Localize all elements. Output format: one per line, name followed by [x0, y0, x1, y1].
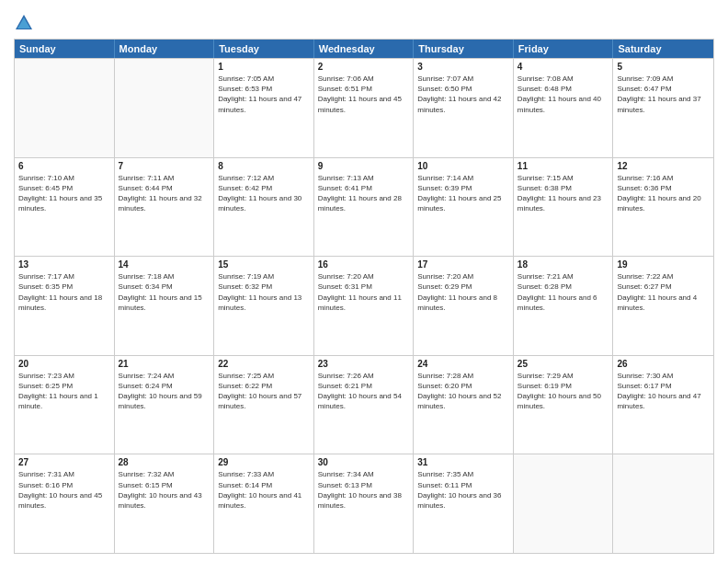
sun-info: Sunrise: 7:14 AM Sunset: 6:39 PM Dayligh… [417, 173, 509, 214]
calendar-cell: 22Sunrise: 7:25 AM Sunset: 6:22 PM Dayli… [214, 356, 314, 454]
calendar-cell: 2Sunrise: 7:06 AM Sunset: 6:51 PM Daylig… [314, 59, 415, 157]
calendar-cell: 8Sunrise: 7:12 AM Sunset: 6:42 PM Daylig… [214, 158, 314, 257]
sun-info: Sunrise: 7:26 AM Sunset: 6:21 PM Dayligh… [318, 371, 410, 412]
day-number: 19 [617, 259, 710, 270]
cal-header-cell: Tuesday [214, 40, 314, 58]
calendar-cell [115, 59, 215, 157]
day-number: 11 [518, 161, 609, 171]
sun-info: Sunrise: 7:10 AM Sunset: 6:45 PM Dayligh… [18, 173, 110, 214]
calendar-cell: 24Sunrise: 7:28 AM Sunset: 6:20 PM Dayli… [414, 356, 514, 454]
calendar-cell: 10Sunrise: 7:14 AM Sunset: 6:39 PM Dayli… [414, 158, 514, 257]
day-number: 10 [417, 161, 509, 171]
calendar-row: 1Sunrise: 7:05 AM Sunset: 6:53 PM Daylig… [15, 58, 713, 157]
sun-info: Sunrise: 7:34 AM Sunset: 6:13 PM Dayligh… [318, 469, 410, 511]
cal-header-cell: Thursday [414, 40, 514, 58]
sun-info: Sunrise: 7:13 AM Sunset: 6:41 PM Dayligh… [318, 173, 410, 214]
sun-info: Sunrise: 7:23 AM Sunset: 6:25 PM Dayligh… [18, 371, 110, 412]
sun-info: Sunrise: 7:09 AM Sunset: 6:47 PM Dayligh… [617, 74, 710, 115]
day-number: 17 [417, 259, 509, 270]
calendar-cell: 25Sunrise: 7:29 AM Sunset: 6:19 PM Dayli… [514, 356, 614, 454]
day-number: 21 [119, 359, 210, 369]
sun-info: Sunrise: 7:11 AM Sunset: 6:44 PM Dayligh… [119, 173, 210, 214]
sun-info: Sunrise: 7:28 AM Sunset: 6:20 PM Dayligh… [417, 371, 509, 412]
sun-info: Sunrise: 7:31 AM Sunset: 6:16 PM Dayligh… [18, 469, 110, 511]
calendar-row: 6Sunrise: 7:10 AM Sunset: 6:45 PM Daylig… [15, 157, 713, 257]
day-number: 8 [218, 161, 310, 171]
sun-info: Sunrise: 7:35 AM Sunset: 6:11 PM Dayligh… [417, 469, 509, 511]
sun-info: Sunrise: 7:16 AM Sunset: 6:36 PM Dayligh… [617, 173, 710, 214]
day-number: 5 [617, 62, 710, 72]
calendar-cell [15, 59, 115, 157]
day-number: 29 [218, 457, 310, 467]
day-number: 28 [119, 457, 210, 467]
calendar-cell: 13Sunrise: 7:17 AM Sunset: 6:35 PM Dayli… [15, 257, 115, 355]
day-number: 31 [417, 457, 509, 467]
day-number: 4 [518, 62, 609, 72]
sun-info: Sunrise: 7:22 AM Sunset: 6:27 PM Dayligh… [617, 271, 710, 313]
page: SundayMondayTuesdayWednesdayThursdayFrid… [0, 0, 728, 563]
calendar-cell: 21Sunrise: 7:24 AM Sunset: 6:24 PM Dayli… [115, 356, 215, 454]
sun-info: Sunrise: 7:20 AM Sunset: 6:31 PM Dayligh… [318, 271, 410, 313]
calendar-cell: 17Sunrise: 7:20 AM Sunset: 6:29 PM Dayli… [414, 257, 514, 355]
calendar-cell: 9Sunrise: 7:13 AM Sunset: 6:41 PM Daylig… [314, 158, 415, 257]
calendar-cell: 31Sunrise: 7:35 AM Sunset: 6:11 PM Dayli… [414, 454, 514, 553]
day-number: 15 [218, 259, 310, 270]
logo [14, 13, 38, 33]
logo-icon [14, 13, 34, 33]
calendar-cell: 27Sunrise: 7:31 AM Sunset: 6:16 PM Dayli… [15, 454, 115, 553]
calendar-cell: 7Sunrise: 7:11 AM Sunset: 6:44 PM Daylig… [115, 158, 215, 257]
calendar-row: 13Sunrise: 7:17 AM Sunset: 6:35 PM Dayli… [15, 256, 713, 355]
calendar-cell: 5Sunrise: 7:09 AM Sunset: 6:47 PM Daylig… [613, 59, 713, 157]
sun-info: Sunrise: 7:24 AM Sunset: 6:24 PM Dayligh… [119, 371, 210, 412]
sun-info: Sunrise: 7:29 AM Sunset: 6:19 PM Dayligh… [518, 371, 609, 412]
cal-header-cell: Monday [115, 40, 215, 58]
calendar-row: 27Sunrise: 7:31 AM Sunset: 6:16 PM Dayli… [15, 454, 713, 553]
calendar-cell: 11Sunrise: 7:15 AM Sunset: 6:38 PM Dayli… [514, 158, 614, 257]
calendar-cell: 16Sunrise: 7:20 AM Sunset: 6:31 PM Dayli… [314, 257, 415, 355]
day-number: 2 [318, 62, 410, 72]
calendar-body: 1Sunrise: 7:05 AM Sunset: 6:53 PM Daylig… [15, 58, 713, 553]
day-number: 18 [518, 259, 609, 270]
sun-info: Sunrise: 7:20 AM Sunset: 6:29 PM Dayligh… [417, 271, 509, 313]
sun-info: Sunrise: 7:08 AM Sunset: 6:48 PM Dayligh… [518, 74, 609, 115]
day-number: 12 [617, 161, 710, 171]
sun-info: Sunrise: 7:12 AM Sunset: 6:42 PM Dayligh… [218, 173, 310, 214]
sun-info: Sunrise: 7:25 AM Sunset: 6:22 PM Dayligh… [218, 371, 310, 412]
sun-info: Sunrise: 7:15 AM Sunset: 6:38 PM Dayligh… [518, 173, 609, 214]
day-number: 7 [119, 161, 210, 171]
calendar-cell: 29Sunrise: 7:33 AM Sunset: 6:14 PM Dayli… [214, 454, 314, 553]
calendar-cell: 30Sunrise: 7:34 AM Sunset: 6:13 PM Dayli… [314, 454, 415, 553]
sun-info: Sunrise: 7:19 AM Sunset: 6:32 PM Dayligh… [218, 271, 310, 313]
day-number: 3 [417, 62, 509, 72]
day-number: 30 [318, 457, 410, 467]
day-number: 20 [18, 359, 110, 369]
calendar-cell: 4Sunrise: 7:08 AM Sunset: 6:48 PM Daylig… [514, 59, 614, 157]
day-number: 1 [218, 62, 310, 72]
day-number: 26 [617, 359, 710, 369]
day-number: 9 [318, 161, 410, 171]
calendar-header: SundayMondayTuesdayWednesdayThursdayFrid… [15, 40, 713, 58]
calendar-cell: 19Sunrise: 7:22 AM Sunset: 6:27 PM Dayli… [613, 257, 713, 355]
day-number: 13 [18, 259, 110, 270]
sun-info: Sunrise: 7:06 AM Sunset: 6:51 PM Dayligh… [318, 74, 410, 115]
calendar-cell: 12Sunrise: 7:16 AM Sunset: 6:36 PM Dayli… [613, 158, 713, 257]
cal-header-cell: Saturday [613, 40, 713, 58]
cal-header-cell: Sunday [15, 40, 115, 58]
calendar-cell: 3Sunrise: 7:07 AM Sunset: 6:50 PM Daylig… [414, 59, 514, 157]
calendar-cell: 26Sunrise: 7:30 AM Sunset: 6:17 PM Dayli… [613, 356, 713, 454]
calendar-row: 20Sunrise: 7:23 AM Sunset: 6:25 PM Dayli… [15, 355, 713, 454]
cal-header-cell: Friday [514, 40, 614, 58]
sun-info: Sunrise: 7:21 AM Sunset: 6:28 PM Dayligh… [518, 271, 609, 313]
sun-info: Sunrise: 7:07 AM Sunset: 6:50 PM Dayligh… [417, 74, 509, 115]
calendar-cell [514, 454, 614, 553]
calendar-cell: 6Sunrise: 7:10 AM Sunset: 6:45 PM Daylig… [15, 158, 115, 257]
calendar-cell: 1Sunrise: 7:05 AM Sunset: 6:53 PM Daylig… [214, 59, 314, 157]
sun-info: Sunrise: 7:33 AM Sunset: 6:14 PM Dayligh… [218, 469, 310, 511]
day-number: 25 [518, 359, 609, 369]
day-number: 16 [318, 259, 410, 270]
sun-info: Sunrise: 7:05 AM Sunset: 6:53 PM Dayligh… [218, 74, 310, 115]
day-number: 24 [417, 359, 509, 369]
calendar: SundayMondayTuesdayWednesdayThursdayFrid… [14, 39, 714, 554]
calendar-cell: 15Sunrise: 7:19 AM Sunset: 6:32 PM Dayli… [214, 257, 314, 355]
day-number: 14 [119, 259, 210, 270]
